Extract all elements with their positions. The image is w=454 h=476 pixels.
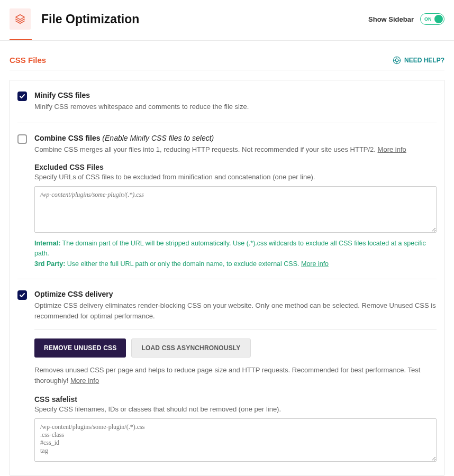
minify-desc: Minify CSS removes whitespace and commen…: [34, 102, 437, 112]
svg-point-2: [395, 59, 398, 61]
optimize-result-desc: Removes unused CSS per page and helps to…: [34, 365, 437, 386]
safelist-textarea[interactable]: [34, 418, 437, 462]
need-help-link[interactable]: NEED HELP?: [393, 56, 444, 65]
toggle-on-label: ON: [424, 16, 432, 22]
load-async-button[interactable]: LOAD CSS ASYNCHRONOUSLY: [131, 338, 250, 358]
excluded-note: Internal: The domain part of the URL wil…: [34, 239, 437, 269]
stack-icon: [10, 8, 31, 30]
optimize-button-row: REMOVE UNUSED CSS LOAD CSS ASYNCHRONOUSL…: [34, 338, 437, 358]
note-internal-label: Internal:: [34, 240, 60, 247]
option-optimize-css: Optimize CSS delivery Optimize CSS deliv…: [10, 279, 444, 321]
optimize-desc: Optimize CSS delivery eliminates render-…: [34, 300, 437, 321]
optimize-checkbox[interactable]: [17, 290, 27, 300]
minify-title: Minify CSS files: [34, 91, 437, 99]
header-left: File Optimization: [10, 8, 139, 30]
section-title: CSS Files: [10, 56, 46, 65]
combine-desc: Combine CSS merges all your files into 1…: [34, 144, 437, 155]
option-combine-css: Combine CSS files (Enable Minify CSS fil…: [10, 123, 444, 155]
excluded-title: Excluded CSS Files: [34, 163, 437, 171]
minify-checkbox[interactable]: [17, 91, 27, 101]
note-more-link[interactable]: More info: [301, 260, 329, 268]
settings-panel: Minify CSS files Minify CSS removes whit…: [10, 80, 444, 475]
need-help-text: NEED HELP?: [404, 57, 444, 64]
toggle-knob: [434, 15, 443, 23]
excluded-desc: Specify URLs of CSS files to be excluded…: [34, 173, 437, 181]
option-minify-css: Minify CSS files Minify CSS removes whit…: [17, 80, 437, 123]
combine-checkbox[interactable]: [17, 134, 27, 144]
optimize-subsection: REMOVE UNUSED CSS LOAD CSS ASYNCHRONOUSL…: [10, 330, 444, 463]
section-header: CSS Files NEED HELP?: [0, 41, 454, 68]
excluded-textarea[interactable]: [34, 186, 437, 233]
remove-unused-css-button[interactable]: REMOVE UNUSED CSS: [34, 338, 126, 358]
optimize-more-link[interactable]: More info: [70, 377, 99, 385]
safelist-title: CSS safelist: [34, 395, 437, 404]
show-sidebar-label: Show Sidebar: [368, 15, 414, 23]
section-divider: [10, 70, 444, 70]
combine-more-link[interactable]: More info: [378, 145, 406, 153]
svg-marker-0: [16, 15, 25, 20]
note-internal-text: The domain part of the URL will be strip…: [34, 240, 426, 257]
page-title: File Optimization: [41, 12, 139, 26]
header-right: Show Sidebar ON: [368, 13, 444, 25]
page-header: File Optimization Show Sidebar ON: [0, 0, 454, 30]
optimize-title: Optimize CSS delivery: [34, 290, 437, 298]
excluded-section: Excluded CSS Files Specify URLs of CSS f…: [10, 154, 444, 269]
note-3rd-text: Use either the full URL path or only the…: [65, 260, 301, 268]
note-3rd-label: 3rd Party:: [34, 260, 65, 268]
combine-title: Combine CSS files (Enable Minify CSS fil…: [34, 134, 437, 142]
sidebar-toggle[interactable]: ON: [420, 13, 444, 25]
safelist-desc: Specify CSS filenames, IDs or classes th…: [34, 405, 437, 413]
combine-hint: (Enable Minify CSS files to select): [102, 134, 214, 142]
